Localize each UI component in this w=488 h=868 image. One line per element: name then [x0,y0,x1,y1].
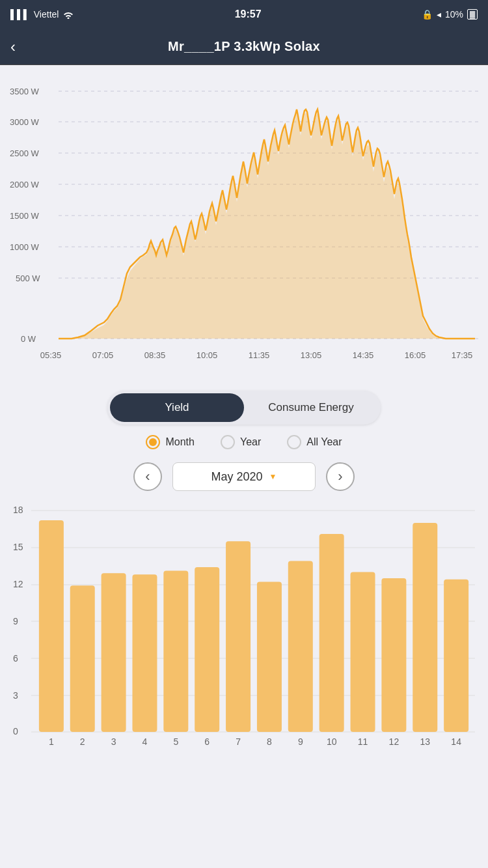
bar-x-label-1: 1 [49,736,54,747]
bar-y-3: 3 [13,690,18,701]
prev-date-button[interactable]: ‹ [133,462,162,491]
radio-group: Month Year All Year [0,435,488,449]
back-button[interactable]: ‹ [10,38,16,56]
y-label-2000: 2000 W [10,180,40,189]
battery-icon: ▓ [467,9,478,20]
bar-3[interactable] [102,573,126,732]
bar-1[interactable] [39,520,64,732]
bar-x-label-13: 13 [420,736,430,747]
dropdown-arrow-icon: ▼ [269,472,277,481]
line-chart-svg: .grid-line { stroke: #c8c8d8; stroke-das… [7,78,481,371]
bar-5[interactable] [163,571,188,732]
next-date-button[interactable]: › [326,462,355,491]
yield-tab[interactable]: Yield [110,393,244,422]
bar-x-label-8: 8 [267,736,272,747]
bar-y-0: 0 [13,726,18,736]
bar-x-label-4: 4 [142,736,148,747]
bar-x-label-3: 3 [111,736,116,747]
x-label-0835: 08:35 [144,350,166,360]
wifi-icon [62,10,74,19]
bar-chart-svg: .bc-axis { font-size: 14px; fill: #666; … [7,504,481,764]
radio-month-label: Month [165,436,194,448]
consume-energy-tab[interactable]: Consume Energy [244,393,378,422]
x-label-1735: 17:35 [452,350,473,360]
bar-x-label-6: 6 [204,736,210,747]
page-title: Mr____1P 3.3kWp Solax [168,39,320,54]
date-picker[interactable]: May 2020 ▼ [172,462,316,491]
status-right: 🔒 ◂ 10% ▓ [422,9,478,20]
bar-x-label-11: 11 [358,736,368,747]
bar-7[interactable] [226,541,251,732]
x-label-0705: 07:05 [92,350,114,360]
radio-month-indicator [146,435,160,449]
radio-allyear[interactable]: All Year [287,435,342,449]
tab-toggle[interactable]: Yield Consume Energy [107,391,381,425]
y-label-1500: 1500 W [10,211,40,221]
bar-14[interactable] [444,580,468,732]
line-chart-wrapper: .grid-line { stroke: #c8c8d8; stroke-das… [7,78,481,371]
y-label-0: 0 W [21,334,36,344]
battery-label: 10% [445,9,463,20]
status-time: 19:57 [235,8,262,20]
bar-y-12: 12 [13,579,23,589]
bar-x-label-7: 7 [236,736,241,747]
bar-y-18: 18 [13,505,23,515]
bar-x-label-10: 10 [327,736,337,747]
date-navigator: ‹ May 2020 ▼ › [0,462,488,491]
current-date-label: May 2020 [211,470,263,484]
bar-x-label-9: 9 [298,736,303,747]
radio-allyear-label: All Year [306,436,342,448]
bar-13[interactable] [413,523,437,732]
y-label-500: 500 W [16,273,40,283]
bar-x-label-2: 2 [80,736,85,747]
radio-year[interactable]: Year [221,435,261,449]
x-label-1005: 10:05 [197,350,218,360]
nav-bar: ‹ Mr____1P 3.3kWp Solax [0,29,488,65]
y-label-2500: 2500 W [10,148,40,158]
x-label-1435: 14:35 [353,350,374,360]
bar-11[interactable] [351,572,375,732]
x-label-0535: 05:35 [40,350,62,360]
location-icon: ◂ [437,9,441,20]
x-label-1135: 11:35 [249,350,270,360]
bar-8[interactable] [257,582,282,732]
radio-month[interactable]: Month [146,435,194,449]
line-chart-container: .grid-line { stroke: #c8c8d8; stroke-das… [0,65,488,378]
y-label-3500: 3500 W [10,87,40,96]
x-label-1605: 16:05 [405,350,426,360]
next-arrow-icon: › [338,468,342,485]
bar-2[interactable] [70,585,95,732]
bar-10[interactable] [319,534,344,732]
bar-x-label-14: 14 [451,736,461,747]
signal-icon: ▌▌▌ [10,9,30,20]
bar-4[interactable] [132,574,157,732]
y-label-1000: 1000 W [10,242,40,252]
status-bar: ▌▌▌ Viettel 19:57 🔒 ◂ 10% ▓ [0,0,488,29]
y-label-3000: 3000 W [10,117,40,127]
carrier-label: Viettel [34,9,59,20]
lock-icon: 🔒 [422,9,433,20]
bar-y-15: 15 [13,542,23,552]
bar-12[interactable] [381,578,406,732]
bar-9[interactable] [288,561,313,732]
radio-year-indicator [221,435,235,449]
x-label-1305: 13:05 [301,350,322,360]
radio-allyear-indicator [287,435,301,449]
bar-chart-area: .bc-axis { font-size: 14px; fill: #666; … [0,504,488,764]
bar-y-6: 6 [13,653,18,664]
power-fill [59,113,475,339]
bar-x-label-12: 12 [389,736,400,747]
bar-x-label-5: 5 [173,736,178,747]
prev-arrow-icon: ‹ [145,468,150,485]
bar-6[interactable] [195,567,219,732]
bar-y-9: 9 [13,616,18,626]
radio-year-label: Year [240,436,261,448]
status-left: ▌▌▌ Viettel [10,9,74,20]
